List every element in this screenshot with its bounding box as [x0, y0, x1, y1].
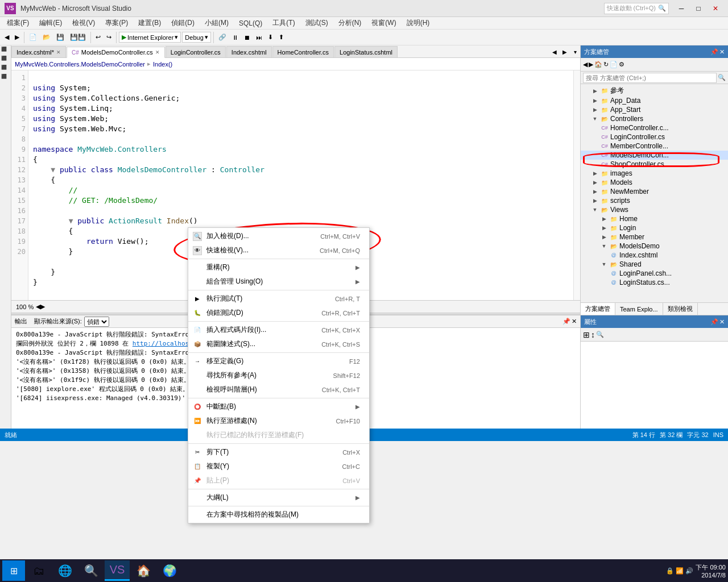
step-out-button[interactable]: ⬆	[276, 32, 286, 42]
tab-close-icon[interactable]: ✕	[56, 49, 61, 55]
ctx-surround-with[interactable]: 📦 範圍陳述式(S)... Ctrl+K, Ctrl+S	[188, 337, 369, 351]
menu-project[interactable]: 專案(P)	[101, 17, 133, 29]
output-pin-button[interactable]: 📌	[562, 318, 570, 325]
props-pin-button[interactable]: 📌	[710, 318, 718, 326]
zoom-slider-icon[interactable]: ◀▶	[36, 303, 45, 310]
tree-newmember[interactable]: ▶ 📁 NewMember	[581, 187, 728, 196]
tab-loginstatus[interactable]: LoginStatus.cshtml	[334, 46, 398, 57]
tree-shopcontroller[interactable]: C# ShopController.cs	[581, 160, 728, 169]
tab-scroll-right[interactable]: ▶	[560, 46, 570, 57]
menu-edit[interactable]: 編輯(E)	[35, 17, 67, 29]
tree-membercontroller[interactable]: C# MemberControlle...	[581, 142, 728, 151]
ctx-add-watch[interactable]: 🔍 加入檢視(D)... Ctrl+M, Ctrl+V	[188, 229, 369, 243]
panel-tab-team[interactable]: Team Explo...	[615, 303, 663, 315]
ctx-outline[interactable]: 大綱(L) ▶	[188, 490, 369, 505]
save-all-button[interactable]: 💾💾	[68, 32, 88, 42]
sol-home[interactable]: 🏠	[594, 61, 602, 68]
taskbar-globe[interactable]: 🌍	[157, 560, 182, 581]
tree-views[interactable]: ▼ 📂 Views	[581, 205, 728, 214]
tab-models-demo-controller[interactable]: C# ModelsDemoController.cs ✕	[67, 47, 165, 58]
quick-search-icon[interactable]: 🔍	[658, 5, 666, 12]
props-filter-button[interactable]: 🔍	[596, 331, 604, 338]
tree-references[interactable]: ▶ 📁 參考	[581, 85, 728, 96]
tree-views-home[interactable]: ▶ 📁 Home	[581, 214, 728, 223]
tree-models[interactable]: ▶ 📁 Models	[581, 178, 728, 187]
props-sort-button[interactable]: ↕	[591, 330, 595, 339]
sol-refresh[interactable]: ↻	[603, 61, 609, 68]
sol-close-button[interactable]: ✕	[719, 48, 725, 56]
tree-views-member[interactable]: ▶ 📁 Member	[581, 232, 728, 242]
minimize-button[interactable]: ─	[673, 3, 689, 14]
tree-views-modelsdemo[interactable]: ▼ 📂 ModelsDemo	[581, 242, 728, 251]
tree-loginstatus[interactable]: @ LoginStatus.cs...	[581, 278, 728, 287]
run-dropdown[interactable]: ▶ Internet Explorer ▾	[119, 32, 181, 43]
step-into-button[interactable]: ⬇	[266, 32, 275, 42]
menu-file[interactable]: 檔案(F)	[2, 17, 34, 29]
open-file-button[interactable]: 📂	[40, 32, 53, 42]
menu-analyze[interactable]: 分析(N)	[334, 17, 366, 29]
ctx-find-all-refs[interactable]: 尋找所有參考(A) Shift+F12	[188, 368, 369, 383]
taskbar-search[interactable]: 🔍	[78, 560, 104, 581]
tab-login-controller[interactable]: LoginController.cs	[166, 46, 226, 57]
taskbar-explorer[interactable]: 🗂	[26, 560, 51, 581]
menu-sql[interactable]: SQL(Q)	[234, 18, 267, 28]
taskbar-browser[interactable]: 🌐	[52, 560, 77, 581]
tab-dropdown[interactable]: ▾	[570, 46, 580, 57]
redo-button[interactable]: ↪	[104, 32, 114, 42]
tree-views-modelsdemo-index[interactable]: @ Index.cshtml	[581, 251, 728, 260]
debug-dropdown[interactable]: Debug ▾	[182, 32, 210, 43]
menu-team[interactable]: 小組(M)	[200, 17, 233, 29]
props-grid-button[interactable]: ⊞	[583, 330, 590, 339]
attach-button[interactable]: 🔗	[216, 32, 229, 42]
tree-views-shared[interactable]: ▼ 📂 Shared	[581, 260, 728, 269]
tree-logincontroller[interactable]: C# LoginController.cs	[581, 132, 728, 142]
restore-button[interactable]: □	[690, 3, 706, 14]
solution-search-input[interactable]	[583, 73, 717, 83]
tree-homecontroller[interactable]: C# HomeController.c...	[581, 123, 728, 132]
back-button[interactable]: ◀	[2, 32, 11, 42]
sol-nav-back[interactable]: ◀	[583, 61, 588, 68]
tab-close-active-icon[interactable]: ✕	[155, 49, 160, 55]
tab-home-controller[interactable]: HomeController.cs	[272, 46, 334, 57]
tree-loginpanel[interactable]: @ LoginPanel.csh...	[581, 269, 728, 278]
sol-show-files[interactable]: 📄	[610, 61, 618, 68]
tab-index-cshtml[interactable]: Index.cshtml* ✕	[11, 46, 66, 57]
ctx-find-duplicate[interactable]: 在方案中尋找相符的複製品(M)	[188, 508, 369, 522]
taskbar-home[interactable]: 🏠	[131, 560, 156, 581]
panel-tab-solution[interactable]: 方案總管	[581, 303, 615, 315]
undo-button[interactable]: ↩	[93, 32, 103, 42]
ctx-quick-watch[interactable]: 👁 快速檢視(V)... Ctrl+M, Ctrl+Q	[188, 243, 369, 257]
menu-tools[interactable]: 工具(T)	[268, 17, 299, 29]
ctx-goto-def[interactable]: → 移至定義(G) F12	[188, 354, 369, 368]
tab-scroll-left[interactable]: ◀	[549, 46, 560, 57]
save-button[interactable]: 💾	[54, 32, 67, 42]
output-close-button[interactable]: ✕	[572, 318, 577, 325]
menu-help[interactable]: 說明(H)	[402, 17, 435, 29]
tab-index-cshtml2[interactable]: Index.cshtml	[226, 46, 272, 57]
tree-controllers[interactable]: ▼ 📂 Controllers	[581, 114, 728, 123]
pause-button[interactable]: ⏸	[230, 33, 241, 42]
new-file-button[interactable]: 📄	[27, 32, 39, 42]
menu-debug[interactable]: 偵錯(D)	[167, 17, 199, 29]
panel-tab-class[interactable]: 類別檢視	[663, 303, 698, 315]
sol-pin-button[interactable]: 📌	[710, 48, 718, 56]
ctx-refactor[interactable]: 重構(R) ▶	[188, 260, 369, 275]
tree-app-start[interactable]: ▶ 📁 App_Start	[581, 105, 728, 114]
ctx-copy[interactable]: 📋 複製(Y) Ctrl+C	[188, 459, 369, 473]
props-close-button[interactable]: ✕	[719, 318, 725, 326]
taskbar-vs[interactable]: VS	[105, 560, 130, 581]
solution-search-button[interactable]: 🔍	[718, 74, 726, 81]
menu-view[interactable]: 檢視(V)	[68, 17, 100, 29]
ctx-cut[interactable]: ✂ 剪下(T) Ctrl+X	[188, 445, 369, 459]
step-over-button[interactable]: ⏭	[254, 33, 264, 42]
output-source-select[interactable]: 偵錯	[84, 317, 109, 327]
tree-scripts[interactable]: ▶ 📁 scripts	[581, 196, 728, 205]
ctx-run-tests[interactable]: ▶ 執行測試(T) Ctrl+R, T	[188, 292, 369, 306]
menu-window[interactable]: 視窗(W)	[367, 17, 400, 29]
ctx-breakpoint[interactable]: ⭕ 中斷點(B) ▶	[188, 400, 369, 414]
ctx-insert-snippet[interactable]: 📄 插入程式碼片段(I)... Ctrl+K, Ctrl+X	[188, 323, 369, 337]
menu-build[interactable]: 建置(B)	[134, 17, 166, 29]
ctx-debug-tests[interactable]: 🐛 偵錯測試(D) Ctrl+R, Ctrl+T	[188, 306, 369, 320]
start-button[interactable]: ⊞	[2, 560, 25, 581]
stop-button[interactable]: ⏹	[242, 33, 253, 42]
